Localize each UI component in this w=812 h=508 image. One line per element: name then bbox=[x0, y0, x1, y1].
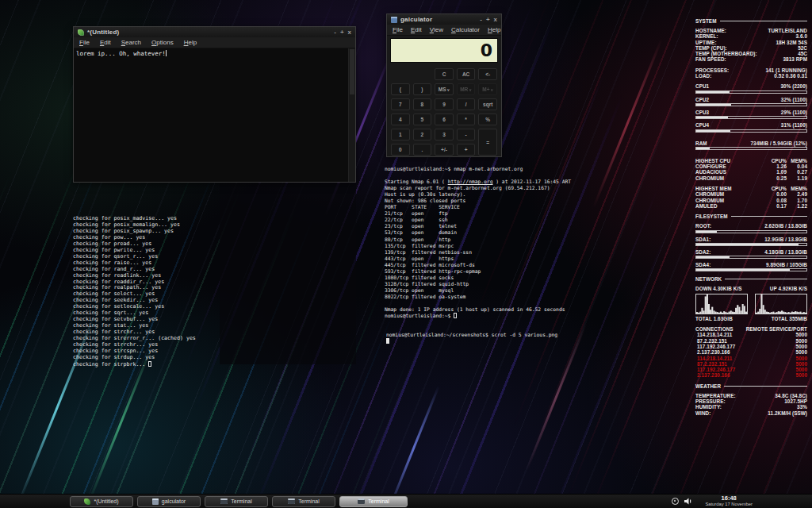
meter-label: SDA2:4.18GIB / 13.8GIB bbox=[695, 249, 807, 255]
terminal-line bbox=[386, 338, 557, 344]
calc-key-MR[interactable]: MR∨ bbox=[457, 83, 476, 95]
calc-key-1[interactable]: 1 bbox=[391, 129, 410, 140]
menu-help[interactable]: Help bbox=[488, 26, 500, 33]
conky-row: HUMIDITY:33% bbox=[695, 404, 807, 410]
download-graph bbox=[695, 294, 748, 314]
calc-key-9[interactable]: 9 bbox=[435, 98, 454, 110]
calc-key-=[interactable]: = bbox=[478, 129, 497, 156]
minimize-button[interactable]: - bbox=[480, 16, 482, 23]
minimize-button[interactable]: - bbox=[334, 29, 336, 36]
terminal-line: 53/tcp open domain bbox=[385, 229, 571, 236]
conky-row: TEMP (CPU):52C bbox=[695, 45, 807, 51]
conky-monitor: SYSTEM HOSTNAME:TURTLEISLANDKERNEL:3.6.0… bbox=[695, 13, 807, 416]
close-button[interactable]: x bbox=[494, 16, 497, 23]
menu-help[interactable]: Help bbox=[184, 39, 197, 46]
calculator-titlebar[interactable]: galculator - + x bbox=[387, 14, 501, 25]
terminal-nmap-output[interactable]: nomius@turtleisland:~$ nmap m-net.arborn… bbox=[385, 166, 571, 319]
menu-search[interactable]: Search bbox=[121, 39, 141, 46]
terminal-icon bbox=[358, 498, 365, 504]
scrollbar-thumb[interactable] bbox=[350, 49, 354, 94]
calc-key-7[interactable]: 7 bbox=[391, 98, 410, 110]
close-button[interactable]: x bbox=[348, 29, 351, 36]
calc-key-6[interactable]: 6 bbox=[435, 114, 454, 125]
calc-key-3[interactable]: 3 bbox=[435, 129, 454, 140]
maximize-button[interactable]: + bbox=[340, 29, 344, 36]
editor-window[interactable]: *(Untitled) - + x FileEditSearchOptionsH… bbox=[73, 26, 356, 183]
meter-bar bbox=[695, 256, 807, 259]
meter-label: CPU431% (1100) bbox=[695, 122, 807, 128]
taskbar-button-label: Terminal bbox=[298, 498, 319, 504]
menu-view[interactable]: View bbox=[430, 26, 443, 33]
calc-key-M+[interactable]: M+∨ bbox=[478, 83, 497, 95]
menu-file[interactable]: File bbox=[393, 26, 403, 33]
conky-row: FAN SPEED:3813 RPM bbox=[695, 56, 807, 62]
taskbar-button-untitled[interactable]: *(Untitled) bbox=[70, 496, 133, 507]
terminal-window-empty[interactable] bbox=[220, 183, 356, 364]
calc-key-5[interactable]: 5 bbox=[413, 114, 432, 125]
terminal-line: 21/tcp open ftp bbox=[385, 210, 571, 217]
calc-key-%[interactable]: % bbox=[478, 114, 497, 125]
leafpad-icon bbox=[84, 498, 90, 505]
calc-key-AC[interactable]: AC bbox=[457, 68, 476, 80]
terminal-line: 23/tcp open telnet bbox=[385, 223, 571, 229]
calc-key-sqrt[interactable]: sqrt bbox=[478, 98, 497, 110]
wallpaper-streak bbox=[526, 323, 588, 471]
maximize-button[interactable]: + bbox=[486, 16, 490, 23]
calc-key-*[interactable]: * bbox=[457, 114, 476, 125]
terminal-icon bbox=[288, 498, 295, 504]
editor-scrollbar[interactable] bbox=[348, 48, 355, 182]
meter-label: SDA4:9.89GIB / 105GIB bbox=[695, 262, 807, 267]
calc-key-.[interactable]: . bbox=[413, 144, 432, 156]
calculator-window[interactable]: galculator - + x FileEditViewCalculatorH… bbox=[386, 13, 502, 157]
calc-key-0[interactable]: 0 bbox=[391, 144, 410, 156]
meter-label: SDA1:12.9GIB / 13.8GIB bbox=[695, 237, 807, 242]
terminal-scrot-output[interactable]: nomius@turtleisland:~/screenshots$ scrot… bbox=[386, 332, 557, 344]
terminal-line: 3128/tcp filtered squid-http bbox=[385, 281, 571, 287]
menu-edit[interactable]: Edit bbox=[100, 39, 111, 46]
taskbar-button-label: Terminal bbox=[231, 498, 251, 504]
clock-time: 16:48 bbox=[705, 495, 753, 502]
calc-key-MS[interactable]: MS∨ bbox=[435, 83, 454, 95]
meter-bar bbox=[695, 230, 807, 233]
calc-key-+[interactable]: + bbox=[457, 144, 476, 156]
conky-section-weather: WEATHER bbox=[695, 383, 807, 389]
top-table-row: AUDACIOUS1.090.27 bbox=[695, 169, 807, 175]
taskbar-button-terminal[interactable]: Terminal bbox=[339, 496, 408, 507]
calc-key--[interactable]: - bbox=[457, 129, 476, 140]
editor-text[interactable]: lorem ip... Oh, whatever! bbox=[74, 48, 348, 182]
taskbar-button-galculator[interactable]: galculator bbox=[137, 496, 201, 507]
calc-key-([interactable]: ( bbox=[391, 83, 410, 95]
connection-row: 114.218.14.2115000 bbox=[695, 332, 807, 337]
taskbar-button-label: Terminal bbox=[368, 498, 389, 504]
terminal-cursor bbox=[454, 313, 457, 318]
connections-header: CONNECTIONSREMOTE SERVICE/PORT bbox=[695, 326, 807, 332]
editor-titlebar[interactable]: *(Untitled) - + x bbox=[74, 27, 355, 37]
terminal-configure-output[interactable]: checking for posix_madvise... yescheckin… bbox=[73, 216, 196, 368]
calc-key-C[interactable]: C bbox=[435, 68, 454, 80]
calc-key-8[interactable]: 8 bbox=[413, 98, 432, 110]
top-table-row: AMULED0.171.22 bbox=[695, 203, 807, 209]
conky-row: TEMP (MOTHERBOARD):45C bbox=[695, 51, 807, 56]
calc-key-)[interactable]: ) bbox=[413, 83, 432, 95]
terminal-cursor bbox=[148, 361, 151, 367]
calc-key-/[interactable]: / bbox=[457, 98, 476, 110]
terminal-line: 139/tcp filtered netbios-ssn bbox=[385, 249, 571, 256]
tray-app-icon[interactable] bbox=[672, 498, 679, 505]
calc-key-2[interactable]: 2 bbox=[413, 129, 432, 140]
taskbar-button-terminal[interactable]: Terminal bbox=[205, 496, 268, 507]
clock[interactable]: 16:48 Saturday 17 November bbox=[705, 495, 753, 507]
volume-icon[interactable] bbox=[684, 497, 692, 506]
calc-key-<-[interactable]: <- bbox=[478, 68, 497, 80]
calc-key-+/-[interactable]: +/- bbox=[435, 144, 454, 156]
calc-key-4[interactable]: 4 bbox=[391, 114, 410, 125]
menu-options[interactable]: Options bbox=[151, 39, 174, 46]
meter-bar bbox=[695, 116, 807, 119]
connection-row: 87.2.232.1515000 bbox=[695, 338, 807, 344]
menu-edit[interactable]: Edit bbox=[411, 26, 422, 33]
terminal-line: 22/tcp open ssh bbox=[385, 217, 571, 223]
meter-bar bbox=[695, 268, 807, 271]
taskbar-button-terminal[interactable]: Terminal bbox=[272, 496, 335, 507]
menu-file[interactable]: File bbox=[79, 39, 90, 46]
menu-calculator[interactable]: Calculator bbox=[451, 26, 480, 33]
editor-body[interactable]: lorem ip... Oh, whatever! bbox=[74, 48, 355, 182]
